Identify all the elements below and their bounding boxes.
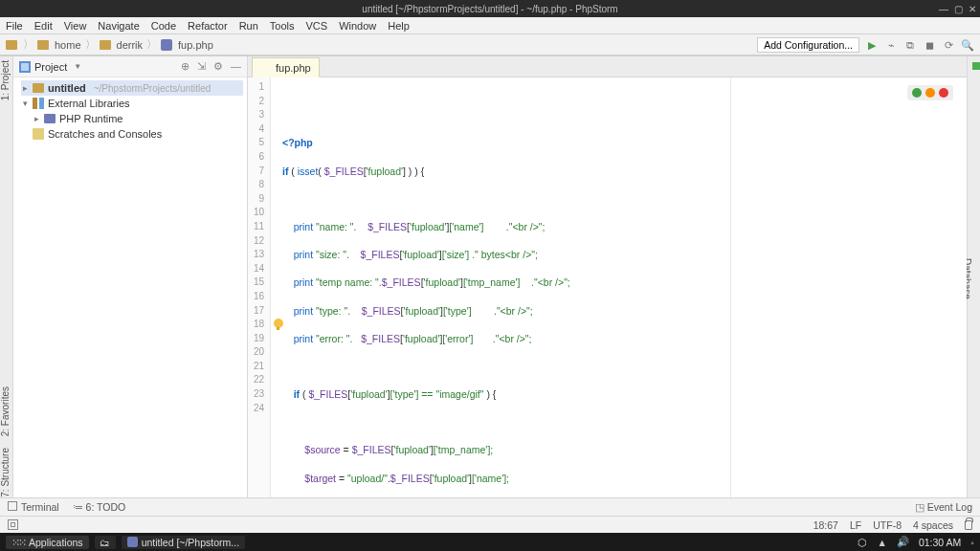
line-number: 20 <box>252 345 264 360</box>
tree-ext-lib-label: External Libraries <box>48 98 130 109</box>
project-tool-window: Project ▼ ⊕ ⇲ ⚙ — ▸ untitled ~/PhpstormP… <box>13 56 248 497</box>
project-view-icon <box>19 61 31 73</box>
right-margin <box>730 77 731 497</box>
menu-window[interactable]: Window <box>333 20 382 32</box>
taskbar-phpstorm[interactable]: untitled [~/Phpstorm... <box>122 536 245 549</box>
status-indent[interactable]: 4 spaces <box>913 519 953 531</box>
folder-icon <box>33 83 44 93</box>
todo-icon: ≔ <box>73 501 86 513</box>
code-token: "name: ". <box>313 221 368 232</box>
inspection-indicator[interactable] <box>972 62 980 70</box>
tree-root[interactable]: ▸ untitled ~/PhpstormProjects/untitled <box>21 80 243 96</box>
firefox-icon[interactable] <box>925 88 935 98</box>
tree-php-runtime[interactable]: ▸ PHP Runtime <box>21 111 243 126</box>
code-token: print <box>294 305 313 317</box>
hide-panel-icon[interactable]: — <box>231 60 241 73</box>
code-token: $target <box>304 473 336 484</box>
menu-refactor[interactable]: Refactor <box>182 20 234 32</box>
code-token: = <box>341 444 352 455</box>
breadcrumb-file[interactable]: fup.php <box>178 39 213 51</box>
menu-help[interactable]: Help <box>382 20 415 32</box>
code-token: print <box>294 221 313 232</box>
line-number: 17 <box>252 304 264 319</box>
code-token: isset <box>298 165 319 177</box>
chevron-down-icon[interactable]: ▼ <box>74 62 81 71</box>
code-token: $_FILES <box>368 221 407 232</box>
maximize-button[interactable]: ▢ <box>954 4 963 14</box>
tree-external-libraries[interactable]: ▾ External Libraries <box>21 96 243 111</box>
status-position[interactable]: 18:67 <box>813 519 838 531</box>
code-token: print <box>294 276 313 288</box>
tree-php-runtime-label: PHP Runtime <box>59 113 122 124</box>
line-number: 10 <box>252 206 264 220</box>
tool-tab-todo[interactable]: ≔ 6: TODO <box>73 501 126 513</box>
select-opened-file-icon[interactable]: ⊕ <box>181 60 189 73</box>
line-number: 23 <box>252 387 264 402</box>
tool-tab-project[interactable]: 1: Project <box>0 60 12 100</box>
expand-arrow-icon[interactable]: ▾ <box>21 99 29 108</box>
code-token: "temp name: ". <box>313 276 382 288</box>
tree-scratches[interactable]: Scratches and Consoles <box>21 126 243 142</box>
project-view-label[interactable]: Project <box>34 61 67 73</box>
search-icon[interactable]: 🔍 <box>961 38 974 52</box>
tool-windows-toggle-icon[interactable] <box>8 519 18 530</box>
add-configuration-button[interactable]: Add Configuration... <box>757 37 859 53</box>
editor-tab-fup[interactable]: fup.php <box>252 57 320 77</box>
menu-file[interactable]: File <box>0 20 29 32</box>
expand-arrow-icon[interactable]: ▸ <box>21 83 29 93</box>
tool-tab-structure[interactable]: 7: Structure <box>0 448 12 497</box>
dropbox-tray-icon[interactable]: ⬡ <box>858 537 867 548</box>
line-number: 14 <box>252 262 264 276</box>
close-button[interactable]: ✕ <box>969 4 976 14</box>
tool-tab-favorites[interactable]: 2: Favorites <box>0 386 12 436</box>
status-encoding[interactable]: UTF-8 <box>873 519 902 531</box>
event-log-button[interactable]: ◳ Event Log <box>915 501 972 513</box>
menu-navigate[interactable]: Navigate <box>92 20 145 32</box>
applications-label: Applications <box>29 537 83 548</box>
line-gutter: 1 2 3 4 5 6 7 8 9 10 11 12 13 14 15 16 1… <box>248 77 271 497</box>
menu-edit[interactable]: Edit <box>29 20 58 32</box>
tree-root-path: ~/PhpstormProjects/untitled <box>94 83 212 94</box>
breadcrumb-home[interactable]: home <box>55 39 81 51</box>
main-area: 1: Project 2: Favorites 7: Structure Pro… <box>0 55 980 497</box>
readonly-lock-icon[interactable] <box>965 520 972 530</box>
chrome-icon[interactable] <box>912 88 922 98</box>
tool-tab-terminal[interactable]: Terminal <box>8 501 59 513</box>
menu-code[interactable]: Code <box>145 20 182 32</box>
coverage-icon[interactable]: ⧉ <box>903 38 917 52</box>
line-number: 19 <box>252 332 264 346</box>
code-token: $source <box>304 444 340 455</box>
navigation-bar: 〉 home〉 derrik〉 fup.php Add Configuratio… <box>0 34 980 55</box>
run-icon[interactable]: ▶ <box>865 38 879 52</box>
debug-icon[interactable]: ⌁ <box>884 38 898 52</box>
taskbar-file-manager[interactable]: 🗂 <box>95 536 116 549</box>
minimize-button[interactable]: — <box>939 4 948 14</box>
event-log-icon: ◳ <box>915 501 927 513</box>
scratches-icon <box>33 128 44 140</box>
code-token: ."<br />"; <box>473 333 531 344</box>
taskbar-clock[interactable]: 01:30 AM <box>919 537 961 548</box>
status-line-ending[interactable]: LF <box>850 519 861 531</box>
volume-tray-icon[interactable]: 🔊 <box>897 536 909 548</box>
network-tray-icon[interactable]: ▲ <box>877 537 886 548</box>
opera-icon[interactable] <box>939 88 948 98</box>
stop-icon[interactable]: ◼ <box>923 38 936 52</box>
line-number: 4 <box>252 122 264 137</box>
menu-view[interactable]: View <box>58 20 93 32</box>
applications-menu[interactable]: ⁙⁙Applications <box>6 536 89 549</box>
menu-tools[interactable]: Tools <box>264 20 301 32</box>
collapse-all-icon[interactable]: ⇲ <box>197 60 206 73</box>
settings-gear-icon[interactable]: ⚙ <box>213 60 223 73</box>
intention-bulb-icon[interactable] <box>274 319 283 328</box>
menu-vcs[interactable]: VCS <box>301 20 334 32</box>
code-token: ."<br />"; <box>472 305 533 317</box>
user-tray-icon[interactable]: ◦ <box>970 537 974 548</box>
expand-arrow-icon[interactable]: ▸ <box>33 114 40 123</box>
code-token: ."<br />"; <box>483 221 545 232</box>
update-icon[interactable]: ⟳ <box>942 38 955 52</box>
taskbar-title: untitled [~/Phpstorm... <box>142 537 239 548</box>
menu-run[interactable]: Run <box>234 20 264 32</box>
breadcrumb-user[interactable]: derrik <box>117 39 144 51</box>
code-area[interactable]: <?php if ( isset( $_FILES['fupload'] ) )… <box>271 77 967 497</box>
editor[interactable]: 1 2 3 4 5 6 7 8 9 10 11 12 13 14 15 16 1… <box>248 77 967 497</box>
